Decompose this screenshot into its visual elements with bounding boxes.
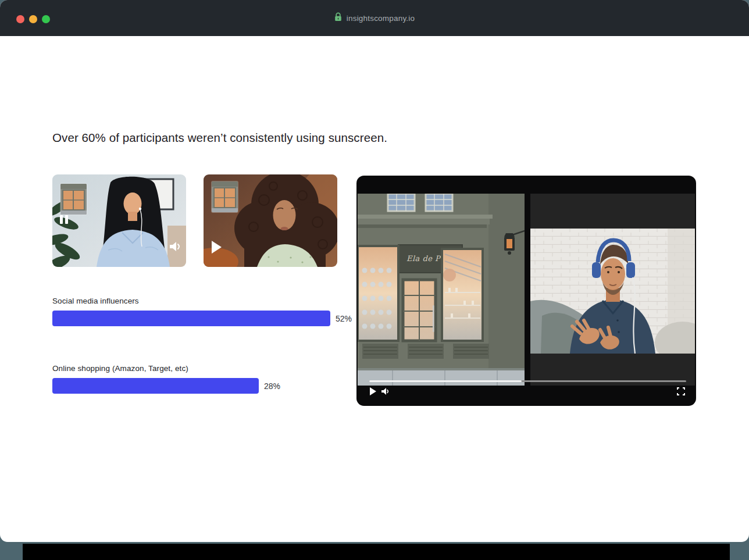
- storefront-pip-thumbnail: [212, 181, 238, 212]
- bar-row: 52%: [52, 311, 352, 326]
- play-button[interactable]: [370, 387, 376, 395]
- storefront-pip-thumbnail: [60, 184, 87, 215]
- lock-icon: [334, 12, 342, 24]
- storefront-video-pane: Ela de Pure: [358, 194, 525, 386]
- progress-played: [369, 380, 522, 382]
- bar-value-social-media: 52%: [336, 314, 352, 323]
- browser-title-bar: insightscompany.io: [0, 0, 749, 36]
- bar-label-social-media: Social media influencers: [52, 297, 139, 305]
- interviewee-video: [530, 229, 695, 354]
- volume-icon[interactable]: [169, 241, 181, 255]
- background-window-bar: [23, 544, 730, 560]
- page-title: Over 60% of participants weren’t consist…: [52, 131, 387, 145]
- participant-video-1[interactable]: [52, 174, 186, 267]
- main-video-player[interactable]: Ela de Pure: [356, 176, 696, 406]
- browser-window: insightscompany.io Over 60% of participa…: [0, 0, 749, 542]
- bar-social-media: [52, 311, 330, 326]
- progress-bar[interactable]: [369, 380, 686, 382]
- interview-video-pane: [530, 194, 695, 386]
- bar-row: 28%: [52, 378, 280, 394]
- play-icon[interactable]: [212, 241, 222, 254]
- bar-value-online-shopping: 28%: [264, 381, 280, 391]
- fullscreen-button[interactable]: [677, 387, 685, 398]
- bar-online-shopping: [52, 378, 259, 394]
- volume-button[interactable]: [381, 387, 390, 398]
- bar-label-online-shopping: Online shopping (Amazon, Target, etc): [52, 364, 188, 373]
- address-bar[interactable]: insightscompany.io: [0, 0, 749, 36]
- url-text: insightscompany.io: [347, 14, 415, 23]
- participant-video-2[interactable]: [204, 174, 337, 267]
- pause-icon[interactable]: [60, 215, 69, 224]
